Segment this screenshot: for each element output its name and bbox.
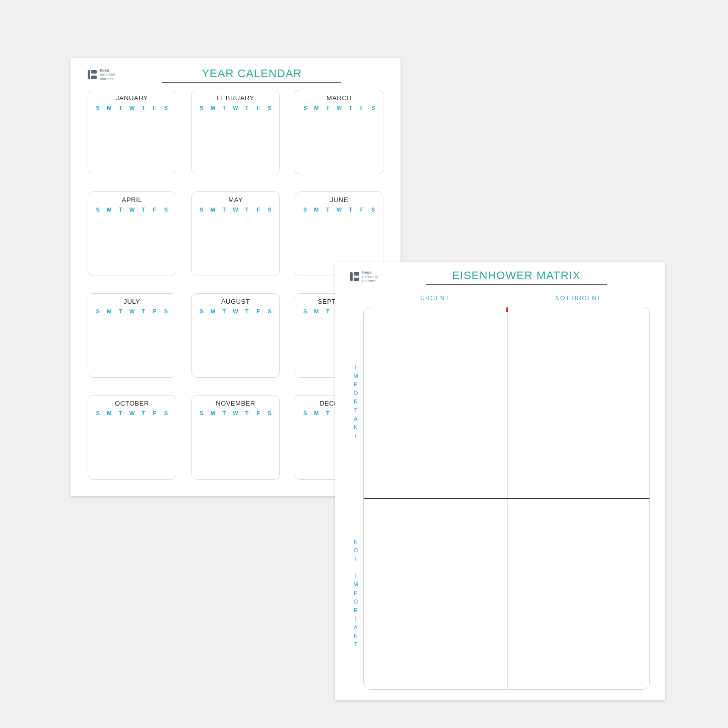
day-header: M bbox=[311, 308, 322, 314]
month-name: APRIL bbox=[92, 196, 172, 204]
day-header: S bbox=[299, 105, 311, 111]
day-header: T bbox=[219, 410, 230, 416]
month-cell: APRILSMTWTFS bbox=[88, 191, 176, 276]
day-header: F bbox=[356, 207, 368, 213]
day-header: M bbox=[104, 308, 115, 314]
day-header: T bbox=[138, 308, 149, 314]
page-title: YEAR CALENDAR bbox=[120, 67, 383, 80]
day-header: S bbox=[92, 410, 104, 416]
day-header: W bbox=[126, 105, 138, 111]
day-header: F bbox=[252, 105, 264, 111]
page-title: EISENHOWER MATRIX bbox=[383, 269, 650, 282]
row-label-not-important: NOT IMPORTANT bbox=[350, 498, 361, 690]
day-header: T bbox=[345, 207, 356, 213]
day-header: T bbox=[322, 105, 334, 111]
row-label-important: IMPORTANT bbox=[350, 307, 361, 498]
matrix-column-headers: URGENT NOT URGENT bbox=[363, 292, 650, 307]
day-header: T bbox=[115, 105, 126, 111]
day-of-week-row: SMTWTFS bbox=[196, 308, 276, 314]
day-header: S bbox=[367, 105, 379, 111]
day-header: S bbox=[92, 105, 104, 111]
day-header: T bbox=[219, 308, 230, 314]
day-header: W bbox=[126, 308, 138, 314]
matrix-title-wrap: EISENHOWER MATRIX bbox=[383, 269, 650, 285]
day-header: W bbox=[334, 105, 345, 111]
month-name: AUGUST bbox=[196, 298, 276, 305]
day-header: S bbox=[196, 207, 208, 213]
day-of-week-row: SMTWTFS bbox=[196, 410, 276, 416]
day-header: S bbox=[196, 410, 208, 416]
day-header: S bbox=[299, 308, 311, 314]
day-of-week-row: SMTWTFS bbox=[196, 105, 276, 111]
day-of-week-row: SMTWTFS bbox=[92, 308, 172, 314]
month-cell: MARCHSMTWTFS bbox=[295, 90, 383, 174]
month-cell: MAYSMTWTFS bbox=[191, 191, 280, 276]
day-header: T bbox=[219, 207, 230, 213]
day-header: F bbox=[356, 105, 368, 111]
col-header-urgent: URGENT bbox=[363, 292, 507, 307]
day-header: M bbox=[104, 207, 115, 213]
day-header: M bbox=[311, 207, 322, 213]
day-header: M bbox=[311, 410, 322, 416]
priority-marker-icon bbox=[506, 307, 508, 312]
brand-mark-icon bbox=[350, 272, 359, 281]
day-header: F bbox=[149, 308, 161, 314]
day-header: F bbox=[149, 410, 161, 416]
month-cell: OCTOBERSMTWTFS bbox=[88, 395, 176, 480]
day-of-week-row: SMTWTFS bbox=[92, 105, 172, 111]
day-header: T bbox=[241, 105, 253, 111]
day-header: S bbox=[299, 207, 311, 213]
month-cell: NOVEMBERSMTWTFS bbox=[191, 395, 280, 480]
month-name: OCTOBER bbox=[92, 400, 172, 407]
brand-logo: boss personal planner bbox=[88, 69, 115, 81]
month-name: MARCH bbox=[299, 94, 379, 102]
day-header: W bbox=[230, 105, 241, 111]
day-header: S bbox=[92, 308, 104, 314]
day-header: M bbox=[311, 105, 322, 111]
day-header: T bbox=[322, 207, 334, 213]
day-header: T bbox=[322, 410, 334, 416]
day-header: T bbox=[138, 105, 149, 111]
day-header: T bbox=[115, 410, 126, 416]
matrix-grid bbox=[363, 307, 650, 690]
day-header: S bbox=[160, 308, 172, 314]
day-of-week-row: SMTWTFS bbox=[299, 105, 379, 111]
day-header: M bbox=[207, 410, 219, 416]
day-header: S bbox=[367, 207, 379, 213]
brand-logo: boss personal planner bbox=[350, 271, 378, 283]
calendar-header: boss personal planner YEAR CALENDAR bbox=[88, 67, 383, 83]
day-header: S bbox=[299, 410, 311, 416]
day-header: F bbox=[252, 410, 264, 416]
day-of-week-row: SMTWTFS bbox=[299, 207, 379, 213]
day-header: T bbox=[115, 308, 126, 314]
month-name: MAY bbox=[196, 196, 276, 204]
month-name: JULY bbox=[92, 298, 172, 305]
day-header: F bbox=[252, 308, 264, 314]
day-header: S bbox=[264, 105, 276, 111]
day-header: S bbox=[196, 105, 208, 111]
day-header: F bbox=[149, 207, 161, 213]
month-name: JANUARY bbox=[92, 94, 172, 102]
month-cell: AUGUSTSMTWTFS bbox=[191, 293, 280, 378]
day-of-week-row: SMTWTFS bbox=[92, 207, 172, 213]
day-header: W bbox=[230, 207, 241, 213]
day-header: S bbox=[160, 207, 172, 213]
brand-text: boss personal planner bbox=[362, 271, 378, 283]
month-name: JUNE bbox=[299, 196, 379, 204]
brand-text: boss personal planner bbox=[100, 69, 115, 81]
day-header: S bbox=[160, 410, 172, 416]
day-header: S bbox=[196, 308, 208, 314]
day-header: T bbox=[138, 207, 149, 213]
day-header: W bbox=[126, 207, 138, 213]
day-header: S bbox=[264, 308, 276, 314]
title-underline bbox=[426, 284, 608, 285]
row-label-important-text: IMPORTANT bbox=[353, 364, 359, 441]
day-header: T bbox=[345, 105, 356, 111]
day-header: F bbox=[149, 105, 161, 111]
day-header: T bbox=[115, 207, 126, 213]
row-label-not-important-text: NOT IMPORTANT bbox=[353, 539, 359, 650]
day-header: M bbox=[207, 105, 219, 111]
day-header: T bbox=[241, 410, 253, 416]
col-header-not-urgent: NOT URGENT bbox=[507, 292, 650, 307]
day-header: M bbox=[207, 207, 219, 213]
